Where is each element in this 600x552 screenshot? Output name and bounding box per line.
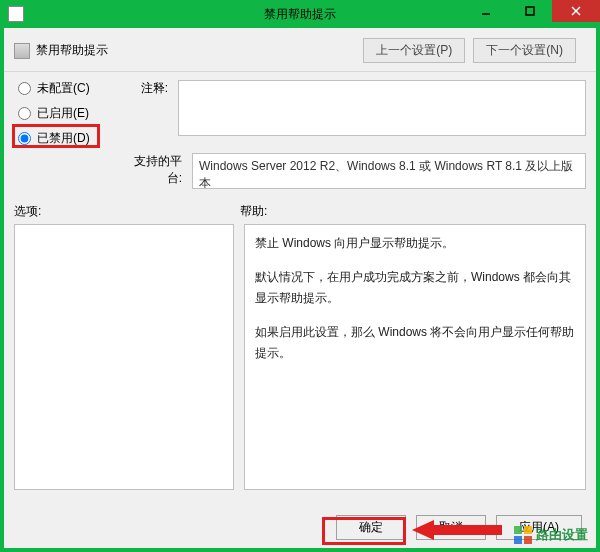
radio-disabled-label: 已禁用(D) — [37, 130, 90, 147]
window-title: 禁用帮助提示 — [264, 6, 336, 23]
maximize-button[interactable] — [508, 0, 552, 22]
help-text-2: 默认情况下，在用户成功完成方案之前，Windows 都会向其显示帮助提示。 — [255, 267, 575, 308]
radio-not-configured[interactable]: 未配置(C) — [14, 80, 110, 97]
radio-enabled-label: 已启用(E) — [37, 105, 89, 122]
radio-enabled-input[interactable] — [18, 107, 31, 120]
comment-input[interactable] — [178, 80, 586, 136]
svg-rect-1 — [526, 7, 534, 15]
content-area: 禁用帮助提示 上一个设置(P) 下一个设置(N) 未配置(C) 已启用(E) — [4, 28, 596, 490]
dialog-footer: 确定 取消 应用(A) — [336, 515, 582, 540]
prev-setting-button[interactable]: 上一个设置(P) — [363, 38, 465, 63]
radio-enabled[interactable]: 已启用(E) — [14, 105, 110, 122]
cancel-button[interactable]: 取消 — [416, 515, 486, 540]
radio-not-configured-input[interactable] — [18, 82, 31, 95]
ok-button[interactable]: 确定 — [336, 515, 406, 540]
titlebar[interactable]: 禁用帮助提示 — [0, 0, 600, 28]
state-radio-group: 未配置(C) 已启用(E) 已禁用(D) — [14, 80, 110, 147]
policy-icon — [14, 43, 30, 59]
divider — [4, 71, 596, 72]
options-label: 选项: — [14, 203, 240, 220]
help-text-3: 如果启用此设置，那么 Windows 将不会向用户显示任何帮助提示。 — [255, 322, 575, 363]
close-button[interactable] — [552, 0, 600, 22]
options-pane — [14, 224, 234, 490]
window-icon — [8, 6, 24, 22]
radio-disabled[interactable]: 已禁用(D) — [14, 130, 110, 147]
window-controls — [464, 0, 600, 22]
minimize-button[interactable] — [464, 0, 508, 22]
platform-label: 支持的平台: — [120, 153, 182, 187]
help-label: 帮助: — [240, 203, 267, 220]
help-text-1: 禁止 Windows 向用户显示帮助提示。 — [255, 233, 575, 253]
policy-name: 禁用帮助提示 — [36, 42, 108, 59]
comment-label: 注释: — [120, 80, 168, 97]
help-pane: 禁止 Windows 向用户显示帮助提示。 默认情况下，在用户成功完成方案之前，… — [244, 224, 586, 490]
radio-disabled-input[interactable] — [18, 132, 31, 145]
apply-button[interactable]: 应用(A) — [496, 515, 582, 540]
policy-header: 禁用帮助提示 上一个设置(P) 下一个设置(N) — [14, 34, 586, 71]
window-frame: 禁用帮助提示 禁用帮助提示 上一个设置(P) 下一个设置(N) 未配置(C) — [0, 0, 600, 552]
next-setting-button[interactable]: 下一个设置(N) — [473, 38, 576, 63]
radio-not-configured-label: 未配置(C) — [37, 80, 90, 97]
supported-platform-text: Windows Server 2012 R2、Windows 8.1 或 Win… — [192, 153, 586, 189]
